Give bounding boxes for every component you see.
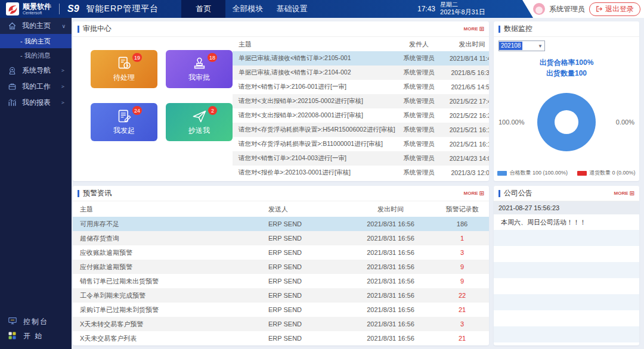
- tile-3[interactable]: 我发起24: [91, 103, 157, 141]
- alert-sender: ERP SEND: [268, 306, 346, 313]
- alert-row[interactable]: 采购订单已过期未到货预警ERP SEND2021/8/31 16:5621: [73, 303, 489, 317]
- notice-empty-row: [494, 294, 639, 310]
- alert-sender: ERP SEND: [268, 263, 346, 270]
- clock-text: 17:43: [417, 5, 435, 13]
- donut-right-label: 0.00%: [616, 119, 634, 126]
- top-header: 顺景软件 Centersoft S9 智能ERP管理平台 首页全部模块基础设置 …: [0, 0, 644, 18]
- alert-count: 21: [435, 335, 489, 342]
- legend-swatch: [577, 171, 587, 176]
- alerts-more-button[interactable]: MORE⊞: [464, 191, 484, 197]
- alerts-panel-title: 预警资讯: [83, 188, 112, 198]
- home-icon: [8, 21, 17, 31]
- alert-sender: ERP SEND: [268, 235, 346, 242]
- alert-subject: 工令单到期未完成预警: [73, 291, 268, 300]
- alert-count: 1: [435, 235, 489, 242]
- approval-row[interactable]: 请您对<销售订单>:2104-003进行[一审]系统管理员2021/4/23 1…: [233, 151, 489, 166]
- logout-button[interactable]: 退出登录: [589, 2, 640, 16]
- legend-item-1[interactable]: 合格数量 100 (100.00%): [497, 169, 568, 177]
- approval-row[interactable]: 请您对<报价单>:202103-0001进行[审核]系统管理员2021/3/3 …: [233, 166, 489, 180]
- notice-more-button[interactable]: MORE⊞: [614, 191, 634, 197]
- tile-1[interactable]: 待处理19: [91, 50, 157, 88]
- sidebar-bottom-item-2[interactable]: 开 始: [0, 329, 72, 343]
- approval-time: 2021/5/22 17:41: [443, 98, 489, 105]
- alert-row[interactable]: 工令单到期未完成预警ERP SEND2021/8/31 16:5622: [73, 288, 489, 303]
- approval-row[interactable]: 请您对<存货浮动耗损率设置>:H54R15006002进行[审核]系统管理员20…: [233, 123, 489, 137]
- approval-more-button[interactable]: MORE⊞: [464, 26, 484, 32]
- tile-label: 我审批: [188, 73, 210, 83]
- count-badge: 18: [208, 53, 217, 62]
- sidebar-item-4[interactable]: 我的报表＞: [0, 95, 72, 111]
- alert-row[interactable]: X天未交易客户列表ERP SEND2021/8/31 16:5621: [73, 331, 489, 345]
- start-icon: [8, 331, 17, 341]
- nav-tab-3[interactable]: 基础设置: [270, 0, 314, 18]
- cc-icon: [191, 108, 208, 124]
- period-select[interactable]: 202108 ▼: [499, 40, 545, 51]
- nav-tab-2[interactable]: 全部模块: [225, 0, 270, 18]
- approval-time: 2021/8/14 11:45: [443, 55, 489, 62]
- sidebar-item-1[interactable]: 我的主页∨: [0, 18, 72, 34]
- notice-content[interactable]: 本周六、周日公司活动！！！: [494, 214, 639, 230]
- approval-row[interactable]: 请您对<存货浮动耗损率设置>:B11000001进行[审核]系统管理员2021/…: [233, 137, 489, 151]
- approval-row[interactable]: 单据已审核,请接收<销售订单>:2104-002系统管理员2021/8/5 16…: [233, 66, 489, 80]
- donut-ring[interactable]: [537, 93, 596, 151]
- period-value: 202108: [499, 42, 522, 50]
- alert-count: 186: [435, 220, 489, 228]
- alerts-table: 主题 发送人 发出时间 预警记录数 可用库存不足ERP SEND2021/8/3…: [73, 201, 489, 345]
- approval-sender: 系统管理员: [395, 54, 443, 63]
- approval-sender: 系统管理员: [395, 126, 443, 134]
- alert-count: 3: [435, 249, 489, 256]
- title-accent-bar: [499, 190, 500, 197]
- date-text: 2021年8月31日: [440, 8, 485, 17]
- alert-time: 2021/8/31 16:56: [346, 220, 435, 228]
- notice-empty-row: [494, 278, 639, 294]
- sidebar-item-label: 我的工作: [22, 82, 51, 92]
- sidebar-item-3[interactable]: 我的工作＞: [0, 79, 72, 95]
- sidebar-subitem-1[interactable]: - 我的主页: [0, 34, 72, 48]
- nav-tab-1[interactable]: 首页: [181, 0, 225, 18]
- logo-en-text: Centersoft: [23, 11, 51, 15]
- approval-row[interactable]: 请您对<支出报销单>:202008-0001进行[审核]系统管理员2021/5/…: [233, 108, 489, 123]
- user-avatar[interactable]: [533, 3, 545, 15]
- tile-2[interactable]: 我审批18: [166, 50, 233, 88]
- approval-tiles: 待处理19我审批18我发起24抄送我2: [73, 37, 233, 181]
- approval-sender: 系统管理员: [395, 140, 443, 148]
- approval-row[interactable]: 请您对<销售订单>:2106-001进行[一审]系统管理员2021/6/5 14…: [233, 80, 489, 94]
- approval-table-header: 主题 发件人 发出时间: [233, 37, 489, 51]
- approval-sender: 系统管理员: [395, 68, 443, 77]
- logo-divider: [59, 4, 60, 14]
- legend-label: 合格数量 100 (100.00%): [509, 169, 568, 177]
- approval-row[interactable]: 单据已审核,请接收<销售订单>:2105-001系统管理员2021/8/14 1…: [233, 51, 489, 66]
- alert-time: 2021/8/31 16:56: [346, 335, 435, 342]
- tile-4[interactable]: 抄送我2: [166, 103, 233, 141]
- approval-center-panel: 审批中心 MORE⊞ 待处理19我审批18我发起24抄送我2 主题 发件人 发出…: [73, 21, 489, 181]
- chevron-down-icon: ▼: [538, 43, 543, 49]
- weekday-text: 星期二: [440, 1, 485, 9]
- approval-subject: 请您对<支出报销单>:202105-0002进行[审核]: [233, 97, 395, 105]
- alert-row[interactable]: 可用库存不足ERP SEND2021/8/31 16:56186: [73, 217, 489, 231]
- alert-row[interactable]: X天未转交易客户预警ERP SEND2021/8/31 16:563: [73, 317, 489, 331]
- data-monitor-panel: 数据监控 202108 ▼ 出货合格率100% 出货数量100 100.00% …: [494, 21, 639, 181]
- alert-row[interactable]: 销售订单已过期未出货预警ERP SEND2021/8/31 16:569: [73, 274, 489, 288]
- legend-item-2[interactable]: 退货数量 0 (0.00%): [577, 169, 636, 177]
- alert-row[interactable]: 应收账款逾期预警ERP SEND2021/8/31 16:563: [73, 245, 489, 260]
- alert-subject: X天未转交易客户预警: [73, 320, 268, 329]
- sidebar-subitem-2[interactable]: - 我的消息: [0, 48, 72, 63]
- approval-subject: 请您对<支出报销单>:202008-0001进行[审核]: [233, 111, 395, 120]
- approval-row[interactable]: 请您对<支出报销单>:202105-0002进行[审核]系统管理员2021/5/…: [233, 94, 489, 108]
- monitor-headline: 出货合格率100% 出货数量100: [494, 57, 639, 79]
- sidebar-item-2[interactable]: 系统导航＞: [0, 63, 72, 79]
- notice-empty-row: [494, 326, 639, 342]
- approval-time: 2021/3/3 12:00: [443, 169, 489, 176]
- main-nav: 首页全部模块基础设置: [181, 0, 314, 18]
- sidebar-bottom-item-1[interactable]: 控制台: [0, 314, 72, 329]
- notice-empty-row: [494, 230, 639, 246]
- platform-title: 智能ERP管理平台: [86, 4, 159, 14]
- donut-chart: 100.00% 0.00%: [494, 83, 639, 161]
- alert-row[interactable]: 超储存货查询ERP SEND2021/8/31 16:561: [73, 231, 489, 245]
- alert-row[interactable]: 应付账款逾期预警ERP SEND2021/8/31 16:569: [73, 260, 489, 274]
- tile-label: 抄送我: [188, 126, 210, 136]
- brand-logo: 顺景软件 Centersoft S9 智能ERP管理平台: [6, 2, 159, 15]
- s9-logo: S9: [67, 4, 79, 14]
- approval-time: 2021/8/5 16:38: [443, 69, 489, 76]
- approval-sender: 系统管理员: [395, 97, 443, 105]
